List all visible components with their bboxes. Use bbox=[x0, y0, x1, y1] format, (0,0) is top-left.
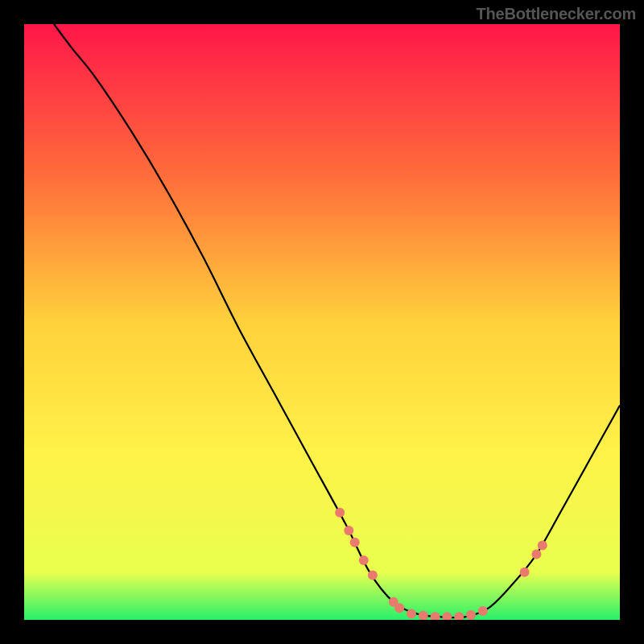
marker-dot bbox=[394, 603, 404, 613]
chart-background bbox=[24, 24, 620, 620]
marker-dot bbox=[359, 555, 369, 565]
marker-dot bbox=[466, 610, 476, 620]
marker-dot bbox=[350, 538, 360, 547]
chart bbox=[24, 24, 620, 620]
marker-dot bbox=[344, 526, 353, 535]
marker-dot bbox=[335, 508, 345, 518]
marker-dot bbox=[531, 550, 541, 559]
marker-dot bbox=[520, 568, 530, 577]
marker-dot bbox=[538, 541, 547, 551]
stage: TheBottlenecker.com bbox=[0, 0, 644, 644]
attribution-text: TheBottlenecker.com bbox=[477, 5, 637, 23]
marker-dot bbox=[478, 606, 488, 616]
marker-dot bbox=[368, 571, 378, 580]
marker-dot bbox=[407, 609, 416, 619]
